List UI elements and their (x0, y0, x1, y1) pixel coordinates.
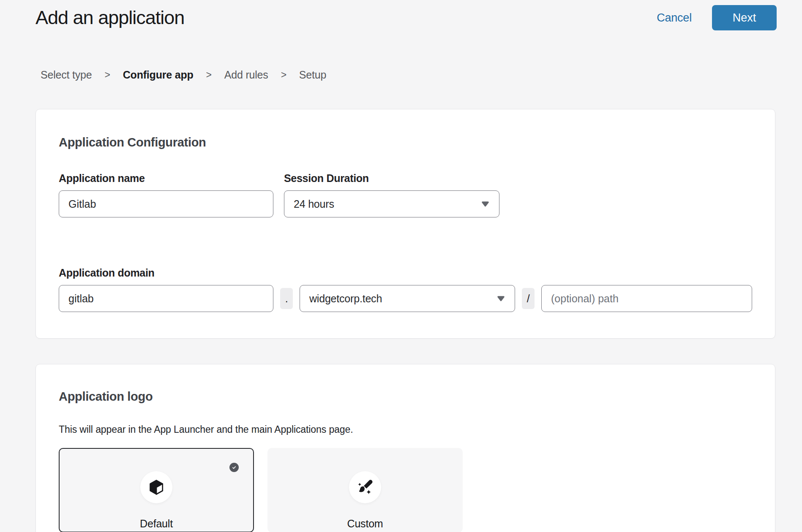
breadcrumb-separator: > (206, 68, 212, 82)
application-domain-label: Application domain (59, 266, 752, 279)
config-card-title: Application Configuration (59, 135, 752, 150)
chevron-down-icon (496, 296, 505, 301)
application-domain-field-group: Application domain . widgetcorp.tech / (59, 266, 752, 312)
logo-card-description: This will appear in the App Launcher and… (59, 423, 752, 436)
breadcrumb-step-configure-app[interactable]: Configure app (123, 68, 194, 82)
page-content: Application Configuration Application na… (35, 109, 775, 532)
application-name-input[interactable] (59, 190, 273, 217)
breadcrumb-step-select-type[interactable]: Select type (41, 68, 92, 82)
application-domain-row: . widgetcorp.tech / (59, 285, 752, 312)
session-duration-value: 24 hours (294, 198, 334, 210)
logo-option-default[interactable]: Default (59, 448, 254, 532)
application-name-label: Application name (59, 172, 273, 185)
domain-select[interactable]: widgetcorp.tech (300, 285, 515, 312)
page-title: Add an application (35, 5, 184, 30)
subdomain-input[interactable] (59, 285, 273, 312)
logo-options: Default Custom (59, 448, 752, 532)
session-duration-select[interactable]: 24 hours (284, 190, 499, 217)
domain-select-value: widgetcorp.tech (309, 293, 382, 305)
header-actions: Cancel Next (657, 5, 777, 30)
application-configuration-card: Application Configuration Application na… (35, 109, 775, 339)
breadcrumb-step-setup[interactable]: Setup (299, 68, 326, 82)
logo-option-custom[interactable]: Custom (267, 448, 463, 532)
default-logo-circle (140, 471, 172, 503)
page-header: Add an application Cancel Next (0, 0, 802, 30)
cube-icon (148, 478, 164, 496)
slash-separator: / (522, 288, 535, 309)
logo-option-label: Custom (347, 517, 383, 530)
application-logo-card: Application logo This will appear in the… (35, 364, 775, 532)
next-button[interactable]: Next (712, 5, 777, 30)
breadcrumb-separator: > (104, 68, 110, 82)
paintbrush-icon (356, 478, 374, 496)
chevron-down-icon (481, 201, 490, 207)
logo-option-label: Default (140, 517, 173, 530)
breadcrumb-separator: > (281, 68, 286, 82)
breadcrumb-step-add-rules[interactable]: Add rules (224, 68, 268, 82)
cancel-button[interactable]: Cancel (657, 11, 692, 24)
logo-card-title: Application logo (59, 389, 752, 404)
custom-logo-circle (349, 471, 381, 503)
add-application-page: Add an application Cancel Next Select ty… (0, 0, 802, 532)
selected-check-icon (229, 463, 239, 472)
dot-separator: . (280, 288, 293, 309)
session-duration-label: Session Duration (284, 172, 499, 185)
path-input[interactable] (541, 285, 752, 312)
breadcrumb: Select type > Configure app > Add rules … (41, 68, 802, 82)
name-session-row: Application name Session Duration 24 hou… (59, 172, 752, 217)
application-name-field-group: Application name (59, 172, 273, 217)
session-duration-field-group: Session Duration 24 hours (284, 172, 499, 217)
